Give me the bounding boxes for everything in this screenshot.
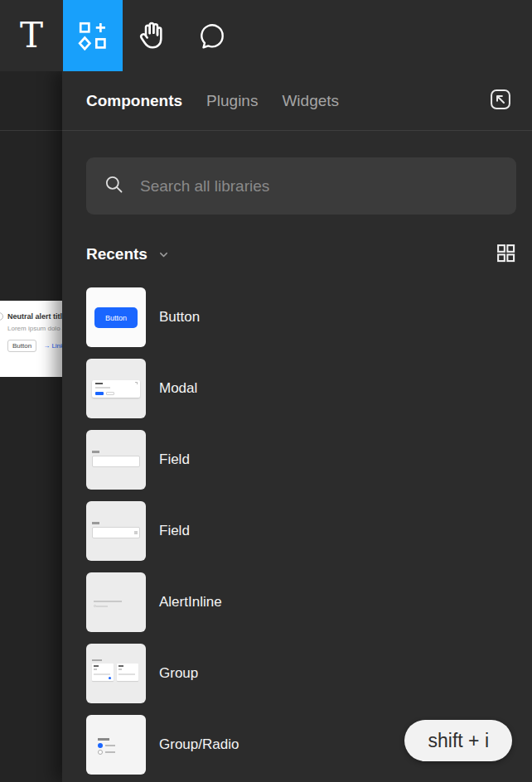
text-tool-icon: T — [20, 18, 43, 53]
assets-icon — [78, 21, 108, 51]
popout-panel-button[interactable] — [487, 86, 514, 115]
tab-widgets[interactable]: Widgets — [282, 92, 339, 110]
radio-unselected-icon — [98, 750, 103, 755]
comment-tool-button[interactable] — [182, 0, 242, 71]
search-input[interactable] — [140, 177, 500, 196]
assets-tool-button[interactable] — [63, 0, 123, 71]
radio-selected-icon — [98, 743, 103, 748]
component-label: AlertInline — [159, 594, 222, 611]
alert-link-label: Link text — [51, 342, 62, 350]
search-bar[interactable] — [86, 157, 516, 215]
panel-header: Components Plugins Widgets — [62, 71, 532, 131]
canvas-alert-card: Neutral alert title Lorem ipsum dolo ame… — [0, 301, 62, 377]
component-thumbnail — [86, 501, 146, 561]
component-label: Field — [159, 451, 190, 468]
figma-app: T — [0, 0, 532, 782]
hand-icon — [136, 19, 169, 52]
search-icon — [103, 173, 125, 199]
component-label: Group — [159, 665, 198, 682]
alert-body-text: Lorem ipsum dolo amet conse — [7, 325, 62, 332]
component-thumbnail — [86, 430, 146, 490]
alert-title: Neutral alert title — [7, 312, 62, 321]
list-item-group[interactable]: Group — [86, 644, 516, 703]
component-label: Modal — [159, 380, 197, 397]
tab-plugins[interactable]: Plugins — [206, 92, 258, 110]
alert-button: Button — [7, 340, 36, 352]
component-thumbnail — [86, 359, 146, 418]
panel-body: Recents — [62, 131, 532, 781]
hand-tool-button[interactable] — [123, 0, 182, 71]
component-thumbnail — [86, 644, 146, 703]
components-panel: Components Plugins Widgets — [62, 71, 532, 782]
toolbar: T — [0, 0, 532, 71]
list-item-alertinline[interactable]: AlertInline — [86, 572, 516, 632]
comment-icon — [196, 20, 228, 51]
shortcut-hint-text: shift + i — [428, 730, 489, 752]
chevron-down-icon[interactable] — [157, 249, 170, 261]
list-item-field[interactable]: Field — [86, 430, 516, 490]
alert-info-icon — [0, 312, 3, 321]
canvas-guide-line — [0, 130, 62, 131]
component-thumbnail — [86, 715, 146, 775]
component-label: Group/Radio — [159, 736, 239, 753]
list-item-modal[interactable]: Modal — [86, 359, 516, 418]
component-label: Button — [159, 309, 200, 326]
list-item-field-2[interactable]: Field — [86, 501, 516, 561]
panel-tabs: Components Plugins Widgets — [86, 92, 487, 110]
list-item-button[interactable]: Button Button — [86, 287, 516, 347]
recents-title[interactable]: Recents — [86, 245, 148, 263]
component-thumbnail: Button — [86, 287, 146, 347]
component-thumbnail — [86, 572, 146, 632]
thumb-field-preview — [92, 527, 140, 538]
alert-link: → Link text — [43, 342, 62, 350]
thumb-button-preview: Button — [94, 307, 138, 328]
shortcut-hint-pill: shift + i — [404, 720, 512, 761]
components-list: Button Button Modal — [86, 287, 516, 775]
tab-components[interactable]: Components — [86, 92, 182, 110]
grid-view-icon — [496, 243, 516, 266]
arrow-up-left-icon — [487, 86, 514, 115]
arrow-right-icon: → — [43, 342, 50, 350]
canvas-background: Neutral alert title Lorem ipsum dolo ame… — [0, 71, 62, 782]
text-tool-button[interactable]: T — [0, 0, 63, 71]
thumb-field-preview — [92, 456, 140, 467]
component-label: Field — [159, 523, 190, 539]
thumb-modal-preview — [92, 380, 140, 398]
grid-view-button[interactable] — [496, 243, 516, 266]
recents-section-header: Recents — [86, 242, 516, 267]
